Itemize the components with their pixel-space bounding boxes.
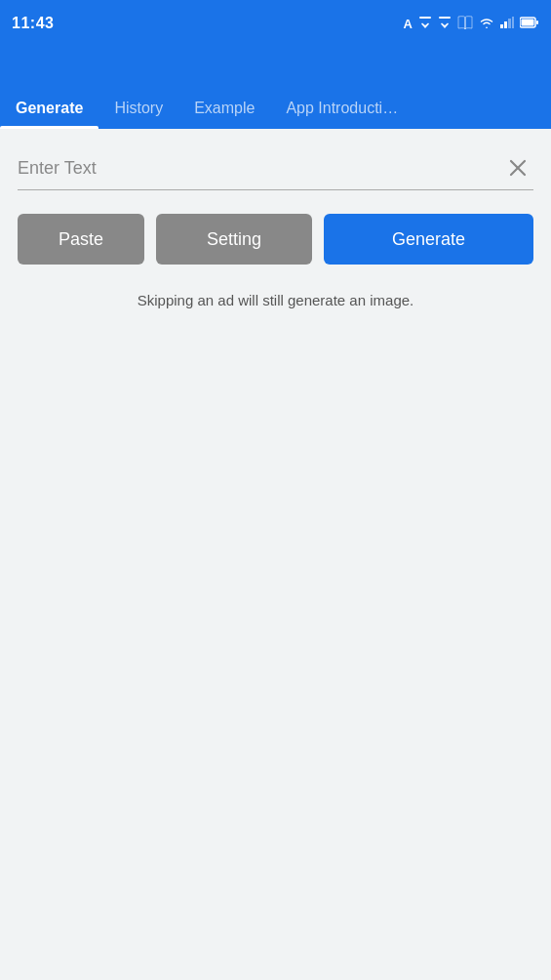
status-bar: 11:43 A: [0, 0, 551, 47]
text-input-container: [18, 152, 533, 190]
tab-generate[interactable]: Generate: [0, 88, 98, 129]
tab-history[interactable]: History: [98, 88, 178, 129]
paste-button[interactable]: Paste: [18, 214, 144, 265]
svg-rect-6: [512, 17, 514, 28]
svg-rect-0: [419, 17, 431, 19]
download2-icon: [438, 16, 452, 32]
nav-tabs: Generate History Example App Introducti…: [0, 47, 551, 129]
book-icon: [457, 16, 473, 32]
info-text: Skipping an ad will still generate an im…: [18, 292, 533, 308]
tab-example[interactable]: Example: [178, 88, 270, 129]
tab-app-intro[interactable]: App Introducti…: [270, 88, 413, 129]
wifi-icon: [479, 16, 494, 31]
buttons-row: Paste Setting Generate: [18, 214, 533, 265]
download1-icon: [418, 16, 432, 32]
svg-rect-5: [508, 19, 511, 28]
clear-icon[interactable]: [502, 152, 533, 184]
battery-icon: [520, 16, 539, 31]
status-icons: A: [404, 16, 539, 32]
text-input[interactable]: [18, 154, 502, 183]
svg-rect-3: [500, 24, 503, 28]
svg-rect-9: [522, 20, 534, 26]
signal-icon: [500, 16, 514, 31]
svg-rect-1: [439, 17, 451, 19]
main-content: Paste Setting Generate Skipping an ad wi…: [0, 129, 551, 980]
status-time: 11:43: [12, 15, 54, 32]
keyboard-icon: A: [404, 17, 413, 31]
generate-button[interactable]: Generate: [324, 214, 533, 265]
setting-button[interactable]: Setting: [156, 214, 312, 265]
svg-rect-4: [504, 21, 507, 28]
svg-rect-8: [536, 20, 538, 24]
